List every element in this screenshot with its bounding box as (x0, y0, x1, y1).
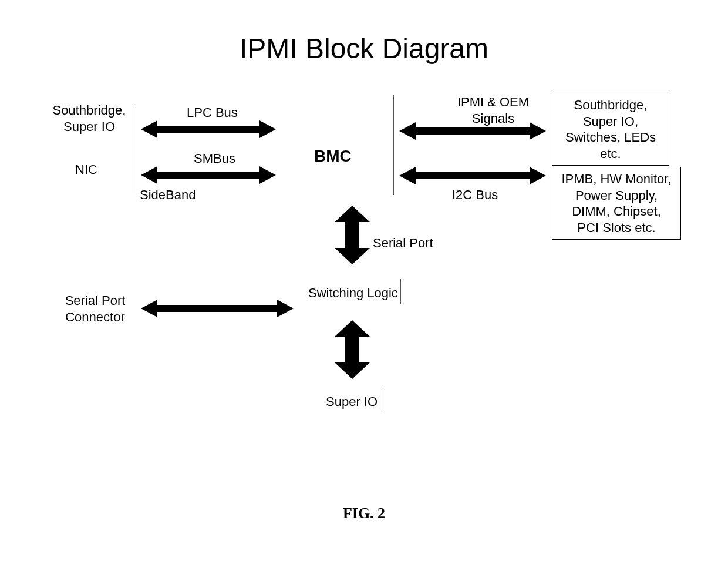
right-bracket (393, 95, 394, 195)
label-nic: NIC (75, 162, 97, 178)
arrow-lpc (141, 120, 276, 138)
label-serial-port: Serial Port (373, 235, 433, 251)
box-ipmb: IPMB, HW Monitor, Power Supply, DIMM, Ch… (552, 167, 681, 240)
bmc-label: BMC (314, 146, 352, 166)
svg-marker-3 (399, 167, 546, 184)
label-sideband: SideBand (140, 187, 196, 203)
label-serial-connector: Serial Port Connector (60, 293, 130, 325)
svg-marker-0 (141, 120, 276, 138)
svg-marker-1 (141, 166, 276, 184)
arrow-serial-port (335, 206, 370, 264)
label-i2c: I2C Bus (452, 187, 498, 203)
label-super-io: Super IO (326, 394, 378, 410)
arrow-ipmi-oem (399, 122, 546, 140)
arrow-serial-connector (141, 300, 294, 317)
figure-caption: FIG. 2 (343, 505, 385, 522)
svg-marker-6 (335, 320, 370, 379)
arrow-i2c (399, 167, 546, 184)
svg-marker-5 (141, 300, 294, 317)
label-southbridge: Southbridge, Super IO (48, 102, 130, 135)
label-lpc: LPC Bus (187, 105, 238, 121)
label-switching-logic: Switching Logic (308, 285, 398, 301)
arrow-super-io (335, 320, 370, 379)
label-ipmi-oem: IPMI & OEM Signals (455, 94, 531, 126)
svg-marker-2 (399, 122, 546, 140)
diagram-title: IPMI Block Diagram (240, 32, 488, 65)
label-smbus: SMBus (194, 150, 235, 167)
box-southbridge: Southbridge, Super IO, Switches, LEDs et… (552, 93, 669, 166)
switching-bracket (400, 279, 401, 304)
left-bracket (134, 105, 134, 193)
superio-bracket (382, 389, 382, 411)
svg-marker-4 (335, 206, 370, 264)
arrow-smbus (141, 166, 276, 184)
